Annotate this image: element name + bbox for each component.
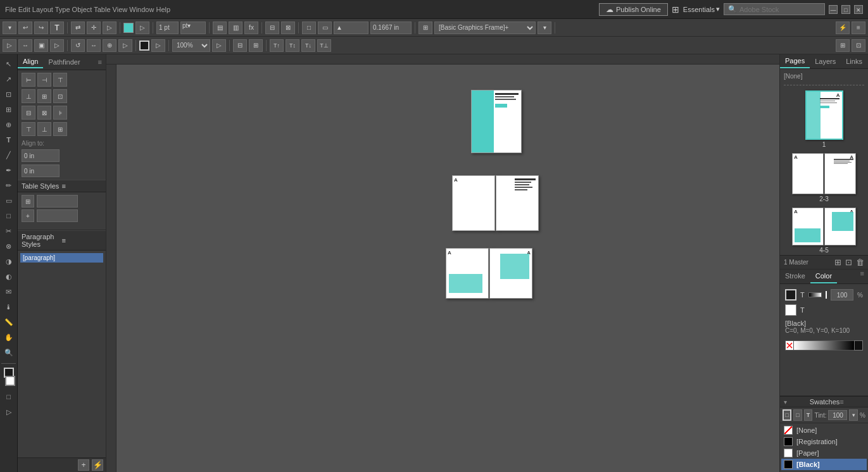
canvas-area[interactable]: A xyxy=(106,54,779,472)
rect-frame-tool[interactable]: ▭ xyxy=(2,194,16,208)
frame2-btn[interactable]: ▭ xyxy=(318,22,332,34)
stroke-width-select[interactable]: pt▾ xyxy=(180,22,206,34)
distribute-btn[interactable]: ⊟ xyxy=(265,22,279,34)
tb2-mode2[interactable]: ▷ xyxy=(50,39,64,52)
transform-btn[interactable]: ⇄ xyxy=(71,22,85,34)
pages-add-btn[interactable]: ⊡ xyxy=(845,258,852,267)
links-tab[interactable]: Links xyxy=(841,55,867,68)
page-45-canvas[interactable]: A A xyxy=(446,248,532,299)
fill-color-swatch[interactable] xyxy=(123,23,134,33)
ts-add-btn[interactable]: + xyxy=(22,209,34,222)
align-left-btn[interactable]: ▤ xyxy=(213,22,227,34)
height-input[interactable] xyxy=(334,22,368,34)
sw-fill-btn[interactable]: □ xyxy=(783,409,791,421)
tb2-right-btn1[interactable]: ⊞ xyxy=(836,39,850,52)
fill-swatch-black[interactable] xyxy=(139,40,149,51)
direct-select-tool[interactable]: ↗ xyxy=(2,72,16,86)
free-transform-tool[interactable]: ⊗ xyxy=(2,239,16,253)
ts-grid-icon-btn[interactable]: ⊞ xyxy=(22,195,34,208)
dist-left-btn[interactable]: ⊟ xyxy=(22,106,35,120)
page-23-canvas[interactable]: A xyxy=(452,175,539,231)
sc-options-icon[interactable]: ≡ xyxy=(857,270,868,283)
tb2-text3[interactable]: T↓ xyxy=(301,39,315,52)
ts-name-input[interactable] xyxy=(37,195,78,208)
page-tool[interactable]: ⊡ xyxy=(2,87,16,101)
arrow-btn[interactable]: ▷ xyxy=(103,22,116,34)
para-styles-header[interactable]: Paragraph Styles ≡ xyxy=(18,230,106,251)
page-23-group[interactable]: A A xyxy=(792,153,856,202)
scissors-tool[interactable]: ✂ xyxy=(2,224,16,238)
align-tab[interactable]: Align xyxy=(18,56,43,68)
sw-stroke-btn[interactable]: □ xyxy=(793,409,802,421)
tint-value-input[interactable] xyxy=(828,410,847,420)
arrow-right-btn[interactable]: ▷ xyxy=(135,22,149,34)
more-btn[interactable]: ≡ xyxy=(852,22,865,34)
normal-mode-btn[interactable]: □ xyxy=(2,390,16,404)
height-value-input[interactable] xyxy=(370,22,412,34)
dist-center-h-btn[interactable]: ⊠ xyxy=(37,106,51,120)
ps-add-btn[interactable]: + xyxy=(78,459,89,471)
swatches-collapse-arrow[interactable]: ▾ xyxy=(784,399,808,406)
page-1-group[interactable]: A 1 xyxy=(805,90,843,148)
type-tool[interactable]: T xyxy=(2,133,16,147)
style-options-btn[interactable]: ▾ xyxy=(538,22,551,34)
preview-mode-btn[interactable]: ▷ xyxy=(2,405,16,419)
search-bar[interactable]: 🔍 xyxy=(724,3,825,15)
page-2-thumb[interactable]: A xyxy=(792,153,824,194)
tb2-expand[interactable]: ↔ xyxy=(18,39,32,52)
color-tab[interactable]: Color xyxy=(810,270,837,283)
align-y-input[interactable] xyxy=(22,165,60,177)
tb2-flip[interactable]: ↔ xyxy=(87,39,101,52)
page-3-thumb[interactable]: A xyxy=(824,153,856,194)
tb2-text1[interactable]: T↑ xyxy=(270,39,284,52)
ts-name-input2[interactable] xyxy=(37,209,78,222)
tb2-text2[interactable]: T↕ xyxy=(286,39,299,52)
note-tool[interactable]: ✉ xyxy=(2,285,16,299)
align-center-h-btn[interactable]: ⊣ xyxy=(37,73,51,87)
swatch-none[interactable]: [None] xyxy=(781,425,867,436)
para-style-active-item[interactable]: [paragraph] xyxy=(20,253,103,263)
distribute2-btn[interactable]: ⊠ xyxy=(281,22,295,34)
tb2-btn1[interactable]: ▷ xyxy=(3,39,16,52)
tb2-rotate[interactable]: ↺ xyxy=(71,39,85,52)
align-bottom-edge-btn[interactable]: ⊡ xyxy=(53,89,67,103)
tb2-fill-arrow[interactable]: ▷ xyxy=(151,39,165,52)
lightning-btn[interactable]: ⚡ xyxy=(836,22,850,34)
align-x-input[interactable] xyxy=(22,149,60,162)
style-selector[interactable]: [Basic Graphics Frame]+ xyxy=(434,22,536,34)
canvas-content[interactable]: A xyxy=(116,65,779,472)
dist-right-btn[interactable]: ⊧ xyxy=(53,106,67,120)
minimize-button[interactable]: — xyxy=(829,5,838,14)
zoom-select[interactable]: 100% xyxy=(172,39,210,52)
align-right-edge-btn[interactable]: ⊤ xyxy=(53,73,67,87)
layers-tab[interactable]: Layers xyxy=(810,55,841,68)
stroke-indicator[interactable] xyxy=(5,376,15,386)
panel-options-icon[interactable]: ≡ xyxy=(94,58,106,66)
table-styles-header[interactable]: Table Styles ≡ xyxy=(18,180,106,192)
align-center-v-btn[interactable]: ⊞ xyxy=(37,89,51,103)
tool-selector-btn[interactable]: ▾ xyxy=(3,22,16,34)
content-tool[interactable]: ⊕ xyxy=(2,118,16,132)
pencil-tool[interactable]: ✏ xyxy=(2,178,16,192)
stroke-tab[interactable]: Stroke xyxy=(780,270,810,283)
grid-btn[interactable]: ⊞ xyxy=(418,22,432,34)
rect-tool[interactable]: □ xyxy=(2,209,16,223)
pages-duplicate-btn[interactable]: ⊞ xyxy=(834,258,841,267)
align-left-edge-btn[interactable]: ⊢ xyxy=(22,73,35,87)
pathfinder-tab[interactable]: Pathfinder xyxy=(43,56,85,68)
gradient-swatch-tool[interactable]: ◐ xyxy=(2,270,16,283)
dist-center-v-btn[interactable]: ⊥ xyxy=(37,122,51,136)
tb2-align2[interactable]: ⊞ xyxy=(249,39,263,52)
publish-online-button[interactable]: ☁ Publish Online xyxy=(599,3,668,16)
search-input[interactable] xyxy=(739,6,822,13)
page-4-thumb[interactable]: A xyxy=(792,208,824,245)
close-button[interactable]: ✕ xyxy=(854,5,863,14)
selection-tool[interactable]: ↖ xyxy=(2,57,16,71)
sw-text-btn[interactable]: T xyxy=(804,409,813,421)
dist-top-btn[interactable]: ⊤ xyxy=(22,122,35,136)
swatch-registration[interactable]: [Registration] xyxy=(781,436,867,447)
tb2-text4[interactable]: T⊥ xyxy=(317,39,331,52)
tb2-right-btn2[interactable]: ⊡ xyxy=(852,39,865,52)
page-1-canvas[interactable] xyxy=(471,90,522,153)
sc-tint-slider[interactable] xyxy=(808,292,822,297)
